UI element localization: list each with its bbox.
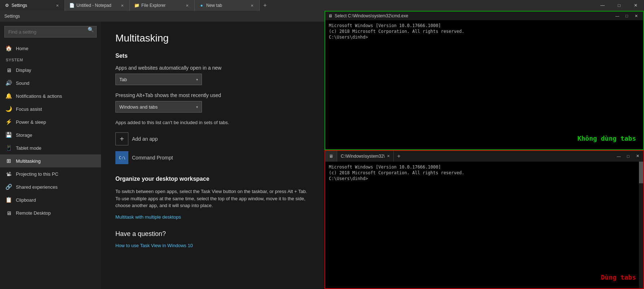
cmd-bottom-body-wrapper: Microsoft Windows [Version 10.0.17666.10…	[325, 162, 643, 289]
add-app-label: Add an app	[132, 136, 158, 142]
cmd-bottom-line4: C:\Users\dinhd>	[329, 176, 640, 181]
sidebar-item-remote-label: Remote Desktop	[16, 210, 51, 216]
svg-text:C:\: C:\	[119, 156, 125, 160]
focus-icon: 🌙	[6, 106, 12, 112]
display-icon: 🖥	[6, 67, 12, 73]
cmd-tab-label: C:\Windows\system32\	[341, 154, 385, 159]
cmd-bottom-tab-icon-area: 🖥	[325, 151, 337, 162]
sidebar-item-tablet[interactable]: 📱 Tablet mode	[0, 141, 101, 154]
notepad-tab-icon: 📄	[69, 3, 74, 8]
tab-explorer[interactable]: 📁 File Explorer ✕	[130, 0, 195, 11]
sidebar-item-storage[interactable]: 💾 Storage	[0, 128, 101, 141]
sets-dropdown-value: Tab	[119, 77, 127, 82]
organize-desc: To switch between open apps, select the …	[115, 188, 310, 209]
cmd-top-title: Select C:\Windows\system32\cmd.exe	[335, 13, 611, 18]
sidebar-item-home[interactable]: 🏠 Home	[0, 42, 101, 55]
sidebar-item-notifications-label: Notifications & actions	[16, 93, 62, 99]
alttab-dropdown[interactable]: Windows and tabs ▾	[115, 101, 202, 113]
sidebar-item-power-label: Power & sleep	[16, 119, 46, 125]
new-tab-button[interactable]: +	[260, 0, 270, 11]
sidebar-item-projecting[interactable]: 📽 Projecting to this PC	[0, 167, 101, 180]
cmd-bottom-controls: — □ ✕	[614, 152, 643, 161]
cmd-top-title-bar: 🖥 Select C:\Windows\system32\cmd.exe — □…	[325, 12, 643, 20]
minimize-button[interactable]: —	[594, 0, 611, 11]
home-icon: 🏠	[6, 45, 12, 51]
sidebar-item-clipboard[interactable]: 📋 Clipboard	[0, 193, 101, 206]
apps-note: Apps added to this list can't be include…	[115, 120, 310, 125]
sidebar-item-display-label: Display	[16, 67, 31, 73]
content-area: Multitasking Sets Apps and websites auto…	[101, 22, 325, 289]
add-app-button[interactable]: + Add an app	[115, 130, 310, 148]
notepad-tab-label: Untitled - Notepad	[76, 3, 117, 8]
cmd-bottom-maximize[interactable]: □	[624, 152, 632, 161]
cmd-top-minimize[interactable]: —	[613, 12, 622, 19]
sidebar-item-projecting-label: Projecting to this PC	[16, 171, 58, 177]
remote-icon: 🖥	[6, 210, 12, 216]
cmd-bottom-close[interactable]: ✕	[633, 152, 642, 161]
notepad-tab-close[interactable]: ✕	[119, 3, 125, 8]
sidebar-item-display[interactable]: 🖥 Display	[0, 64, 101, 76]
sets-dropdown[interactable]: Tab ▾	[115, 74, 202, 85]
settings-app-title: Settings	[4, 14, 20, 19]
sidebar-item-focus[interactable]: 🌙 Focus assist	[0, 102, 101, 115]
page-title: Multitasking	[115, 32, 310, 44]
alttab-dropdown-chevron: ▾	[196, 105, 198, 109]
taskview-link[interactable]: How to use Task View in Windows 10	[115, 243, 193, 248]
sidebar-item-notifications[interactable]: 🔔 Notifications & actions	[0, 89, 101, 102]
notifications-icon: 🔔	[6, 93, 12, 99]
sidebar-item-multitasking[interactable]: ⊞ Multitasking	[0, 154, 101, 167]
search-input[interactable]	[4, 26, 97, 38]
tab-settings[interactable]: ⚙ Settings ✕	[0, 0, 65, 11]
tablet-icon: 📱	[6, 145, 12, 151]
title-bar: ⚙ Settings ✕ 📄 Untitled - Notepad ✕ 📁 Fi…	[0, 0, 644, 11]
scrollbar-track[interactable]	[639, 162, 643, 289]
sidebar-item-remote[interactable]: 🖥 Remote Desktop	[0, 206, 101, 219]
cmd-bottom-minimize[interactable]: —	[614, 152, 623, 161]
alttab-label: Pressing Alt+Tab shows the most recently…	[115, 92, 310, 98]
question-title: Have a question?	[115, 230, 310, 238]
cmd-bottom-label: Dùng tabs	[601, 273, 636, 281]
cmd-tab-add-button[interactable]: +	[394, 151, 404, 161]
add-app-icon: +	[115, 132, 128, 145]
main-area: Settings 🔍 🏠 Home System 🖥 Display	[0, 11, 644, 289]
multitask-link[interactable]: Multitask with multiple desktops	[115, 214, 181, 220]
newtab-tab-close[interactable]: ✕	[249, 3, 255, 8]
settings-tab-icon: ⚙	[4, 3, 9, 8]
explorer-tab-icon: 📁	[134, 3, 139, 8]
settings-tab-close[interactable]: ✕	[54, 3, 60, 8]
settings-tab-label: Settings	[12, 3, 52, 8]
newtab-tab-label: New tab	[206, 3, 247, 8]
cmd-top-close[interactable]: ✕	[632, 12, 640, 19]
alttab-dropdown-value: Windows and tabs	[119, 104, 158, 110]
sidebar-item-focus-label: Focus assist	[16, 106, 42, 112]
cmd-tab-close[interactable]: ✕	[387, 154, 390, 158]
close-button[interactable]: ✕	[627, 0, 644, 11]
cmd-top-maximize[interactable]: □	[622, 12, 631, 19]
maximize-button[interactable]: □	[611, 0, 627, 11]
search-box: 🔍	[4, 22, 97, 38]
tab-newtab[interactable]: ● New tab ✕	[195, 0, 260, 11]
explorer-tab-close[interactable]: ✕	[184, 3, 190, 8]
sidebar-item-sound[interactable]: 🔊 Sound	[0, 76, 101, 89]
apps-list-section: Apps added to this list can't be include…	[115, 120, 310, 167]
cmd-bottom-tab-active[interactable]: C:\Windows\system32\ ✕	[337, 151, 394, 162]
search-icon[interactable]: 🔍	[88, 27, 94, 32]
cmd-bottom-tab-bar: 🖥 C:\Windows\system32\ ✕ + — □ ✕	[325, 151, 643, 162]
sidebar-item-shared[interactable]: 🔗 Shared experiences	[0, 180, 101, 193]
question-section: Have a question? How to use Task View in…	[115, 230, 310, 249]
power-icon: ⚡	[6, 119, 12, 125]
sidebar-item-tablet-label: Tablet mode	[16, 145, 41, 151]
sets-dropdown-chevron: ▾	[196, 78, 198, 82]
cmd-top-icon: 🖥	[328, 13, 332, 18]
sidebar-item-power[interactable]: ⚡ Power & sleep	[0, 115, 101, 128]
sound-icon: 🔊	[6, 80, 12, 86]
tab-notepad[interactable]: 📄 Untitled - Notepad ✕	[65, 0, 130, 11]
scrollbar-thumb[interactable]	[639, 162, 643, 183]
sidebar-item-clipboard-label: Clipboard	[16, 197, 36, 203]
cmd-top-body: Microsoft Windows [Version 10.0.17666.10…	[325, 20, 643, 149]
right-panel: 🖥 Select C:\Windows\system32\cmd.exe — □…	[325, 11, 644, 289]
cmd-top-line2: (c) 2018 Microsoft Corporation. All righ…	[329, 29, 640, 34]
cmd-top-label: Không dùng tabs	[577, 135, 636, 142]
cmd-app-label: Command Prompt	[132, 155, 173, 161]
cmd-top-controls: — □ ✕	[613, 12, 640, 19]
